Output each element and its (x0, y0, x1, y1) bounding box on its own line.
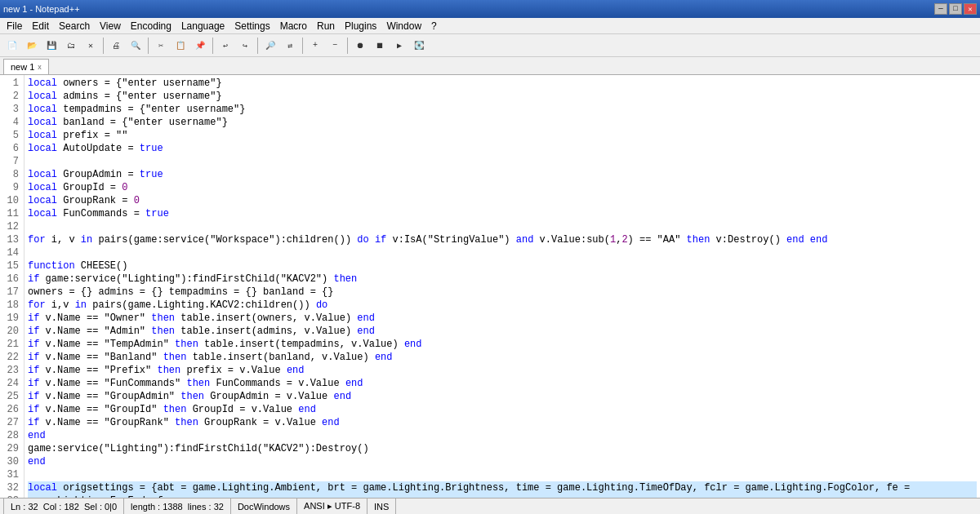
status-length-val: length : 1388 (131, 502, 183, 512)
zoom-out-button[interactable]: − (326, 37, 344, 55)
redo-button[interactable]: ↪ (236, 37, 254, 55)
code-line: game:service("Lighting"):findFirstChild(… (28, 442, 977, 455)
code-line: function CHEESE() (28, 259, 977, 273)
find-button[interactable]: 🔎 (261, 37, 279, 55)
code-line: for i, v in pairs(game:service("Workspac… (28, 233, 977, 246)
code-line (28, 155, 977, 168)
code-line: end (28, 455, 977, 468)
line-number: 24 (3, 377, 19, 390)
code-line: local prefix = "" (28, 129, 977, 142)
menu-edit[interactable]: Edit (27, 19, 54, 33)
macro-stop-button[interactable]: ⏹ (371, 37, 389, 55)
menu-help[interactable]: ? (426, 19, 442, 33)
line-number: 26 (3, 403, 19, 416)
line-number: 21 (3, 338, 19, 351)
maximize-button[interactable]: □ (949, 3, 962, 15)
code-line (28, 220, 977, 233)
line-number: 4 (3, 116, 19, 129)
line-number: 12 (3, 220, 19, 233)
open-button[interactable]: 📂 (23, 37, 41, 55)
close-button2[interactable]: ✕ (82, 37, 100, 55)
line-number: 5 (3, 129, 19, 142)
window-controls[interactable]: — □ ✕ (934, 3, 977, 15)
line-number: 25 (3, 390, 19, 403)
status-length: length : 1388 lines : 32 (124, 498, 231, 514)
line-number: 11 (3, 207, 19, 220)
menu-view[interactable]: View (95, 19, 126, 33)
toolbar: 📄 📂 💾 🗂 ✕ 🖨 🔍 ✂ 📋 📌 ↩ ↪ 🔎 ⇄ + − ⏺ ⏹ ▶ 💽 (0, 34, 980, 57)
status-bar: Ln : 32 Col : 182 Sel : 0|0 length : 138… (0, 498, 980, 514)
line-number: 22 (3, 351, 19, 364)
macro-record-button[interactable]: ⏺ (351, 37, 369, 55)
code-line: local tempadmins = {"enter username"} (28, 103, 977, 116)
menu-search[interactable]: Search (54, 19, 95, 33)
status-encoding: ANSI ▸ UTF-8 (297, 498, 368, 514)
sep5 (302, 38, 303, 54)
code-line: local origsettings = {abt = game.Lightin… (28, 481, 977, 494)
code-line: if game:service("Lighting"):findFirstChi… (28, 273, 977, 286)
line-number: 27 (3, 416, 19, 429)
menu-language[interactable]: Language (176, 19, 229, 33)
paste-button[interactable]: 📌 (191, 37, 209, 55)
tab-bar: new 1 x (0, 57, 980, 75)
code-content[interactable]: local owners = {"enter username"}local a… (24, 75, 980, 498)
cut-button[interactable]: ✂ (152, 37, 170, 55)
code-line: if v.Name == "TempAdmin" then table.inse… (28, 338, 977, 351)
code-line: owners = {} admins = {} tempadmins = {} … (28, 286, 977, 299)
code-line: if v.Name == "Banland" then table.insert… (28, 351, 977, 364)
code-line: end (28, 429, 977, 442)
line-number: 19 (3, 312, 19, 325)
line-number: 16 (3, 273, 19, 286)
menu-encoding[interactable]: Encoding (126, 19, 176, 33)
menu-window[interactable]: Window (381, 19, 426, 33)
code-line: for i,v in pairs(game.Lighting.KACV2:chi… (28, 299, 977, 312)
code-line (28, 468, 977, 481)
menu-run[interactable]: Run (312, 19, 340, 33)
sep4 (257, 38, 258, 54)
line-number: 13 (3, 233, 19, 246)
macro-play-button[interactable]: ▶ (390, 37, 408, 55)
code-line: if v.Name == "GroupId" then GroupId = v.… (28, 403, 977, 416)
copy-button[interactable]: 📋 (172, 37, 189, 55)
tab-close-icon[interactable]: x (38, 63, 42, 71)
line-number: 15 (3, 259, 19, 273)
close-button[interactable]: ✕ (964, 3, 977, 15)
menu-bar: File Edit Search View Encoding Language … (0, 18, 980, 34)
status-lines: lines : 32 (188, 502, 224, 512)
save-button[interactable]: 💾 (42, 37, 60, 55)
new-button[interactable]: 📄 (3, 37, 21, 55)
status-ln: Ln : 32 (11, 502, 38, 512)
line-number: 18 (3, 299, 19, 312)
status-sel: Sel : 0|0 (84, 502, 117, 512)
status-docwindows-val: DocWindows (238, 502, 290, 512)
code-line: local GroupAdmin = true (28, 168, 977, 181)
print-button[interactable]: 🖨 (107, 37, 125, 55)
undo-button[interactable]: ↩ (216, 37, 234, 55)
code-line: local owners = {"enter username"} (28, 77, 977, 90)
code-line: if v.Name == "GroupAdmin" then GroupAdmi… (28, 390, 977, 403)
code-line: local FunCommands = true (28, 207, 977, 220)
menu-file[interactable]: File (2, 19, 27, 33)
menu-macro[interactable]: Macro (275, 19, 312, 33)
zoom-in-button[interactable]: + (306, 37, 324, 55)
line-number: 32 (3, 481, 19, 494)
title-bar: new 1 - Notepad++ — □ ✕ (0, 0, 980, 18)
code-editor[interactable]: 1234567891011121314151617181920212223242… (0, 75, 980, 498)
save-all-button[interactable]: 🗂 (62, 37, 80, 55)
minimize-button[interactable]: — (934, 3, 947, 15)
menu-plugins[interactable]: Plugins (340, 19, 381, 33)
status-ins: INS (368, 498, 396, 514)
line-number: 9 (3, 181, 19, 194)
line-numbers: 1234567891011121314151617181920212223242… (0, 75, 24, 498)
macro-save-button[interactable]: 💽 (410, 37, 428, 55)
print-preview-button[interactable]: 🔍 (127, 37, 145, 55)
line-number: 17 (3, 286, 19, 299)
code-line: local GroupRank = 0 (28, 194, 977, 207)
tab-new1[interactable]: new 1 x (3, 59, 49, 74)
code-line: local AutoUpdate = true (28, 142, 977, 155)
line-number: 30 (3, 455, 19, 468)
replace-button[interactable]: ⇄ (281, 37, 299, 55)
line-number: 10 (3, 194, 19, 207)
status-ln-col: Ln : 32 Col : 182 Sel : 0|0 (3, 498, 124, 514)
menu-settings[interactable]: Settings (229, 19, 274, 33)
